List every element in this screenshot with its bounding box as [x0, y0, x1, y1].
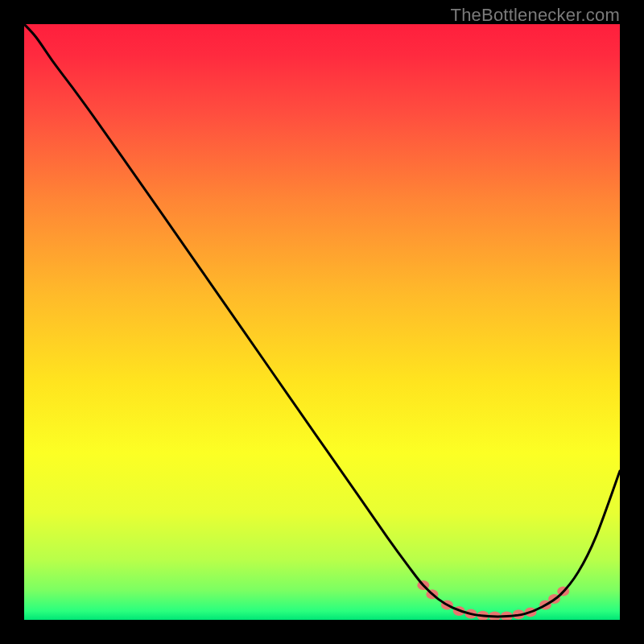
watermark-label: TheBottlenecker.com — [451, 5, 620, 26]
chart-container: TheBottlenecker.com — [0, 0, 644, 644]
plot-area — [24, 24, 620, 620]
gradient-background — [24, 24, 620, 620]
svg-rect-0 — [24, 24, 620, 620]
